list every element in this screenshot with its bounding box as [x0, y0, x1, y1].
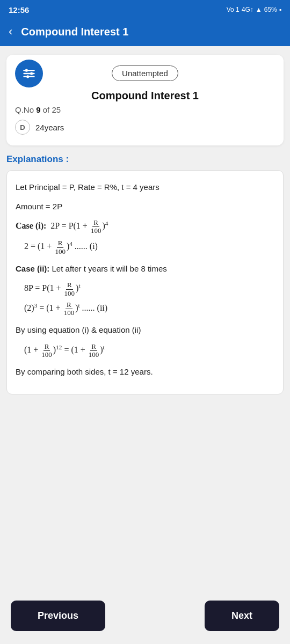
explanation-box: Let Principal = P, Rate = R%, t = 4 year… [6, 170, 284, 394]
svg-point-5 [26, 75, 29, 78]
app-header: ‹ Compound Interest 1 [0, 19, 290, 46]
main-content: Unattempted Compound Interest 1 Q.No 9 o… [0, 46, 290, 451]
case2-eq1: 8P = P(1 + R100)t [24, 281, 274, 297]
svg-point-3 [25, 69, 28, 71]
explanations-label: Explanations : [6, 154, 284, 165]
status-time: 12:56 [9, 5, 29, 14]
status-icons: Vo 1 4G↑ ▲ 65% ▪ [227, 6, 281, 13]
battery-label: 65% [264, 6, 277, 13]
battery-icon: ▪ [279, 6, 281, 13]
case2-desc: Case (ii): Let after t years it will be … [16, 262, 274, 276]
question-prefix: Q.No [15, 105, 36, 114]
question-card: Unattempted Compound Interest 1 Q.No 9 o… [6, 55, 284, 145]
network-icon: Vo 1 [227, 6, 240, 13]
unattempted-badge: Unattempted [112, 65, 178, 81]
by-using: By using equation (i) & equation (ii) [16, 323, 274, 337]
filter-icon [21, 66, 37, 81]
conclusion: By comparing both sides, t = 12 years. [16, 365, 274, 379]
option-row: D 24years [15, 120, 275, 135]
card-header: Unattempted [15, 65, 275, 81]
back-button[interactable]: ‹ [9, 25, 12, 39]
case2-eq2: (2)3 = (1 + R100)t ...... (ii) [24, 301, 274, 317]
explanations-section: Explanations : Let Principal = P, Rate =… [6, 154, 284, 394]
previous-button[interactable]: Previous [11, 601, 105, 631]
status-bar: 12:56 Vo 1 4G↑ ▲ 65% ▪ [0, 0, 290, 19]
option-letter-circle: D [15, 120, 30, 135]
next-button[interactable]: Next [205, 601, 279, 631]
card-title: Compound Interest 1 [15, 90, 275, 102]
explanation-line1: Let Principal = P, Rate = R%, t = 4 year… [16, 180, 274, 194]
combine-eq: (1 + R100)12 = (1 + R100)t [24, 342, 274, 358]
lte-icon: 4G↑ [242, 6, 253, 13]
signal-icon: ▲ [256, 6, 262, 13]
question-number: 9 [36, 105, 40, 114]
filter-icon-circle [15, 60, 43, 87]
option-value: 24years [35, 123, 64, 132]
option-letter: D [20, 123, 25, 131]
bottom-nav: Previous Next [0, 592, 290, 644]
svg-point-4 [30, 72, 33, 75]
explanation-line2: Amount = 2P [16, 200, 274, 214]
case1-eq1: Case (i): 2P = P(1 + R100)4 [16, 218, 274, 235]
question-total: of 25 [41, 105, 61, 114]
header-title: Compound Interest 1 [21, 26, 128, 38]
case1-eq2: 2 = (1 + R100)4 ...... (i) [24, 239, 274, 255]
question-meta: Q.No 9 of 25 [15, 105, 275, 114]
